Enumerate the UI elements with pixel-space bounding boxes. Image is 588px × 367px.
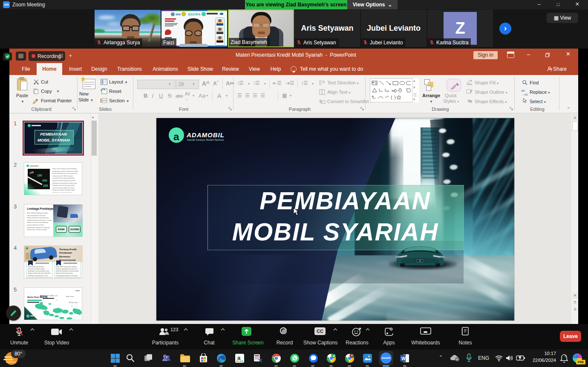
svg-text:W: W [401, 356, 406, 361]
svg-text:R: R [333, 355, 335, 358]
svg-text:z: z [565, 355, 566, 358]
svg-text:T: T [166, 356, 168, 359]
svg-text:a: a [237, 355, 241, 361]
svg-text:A: A [322, 80, 325, 84]
